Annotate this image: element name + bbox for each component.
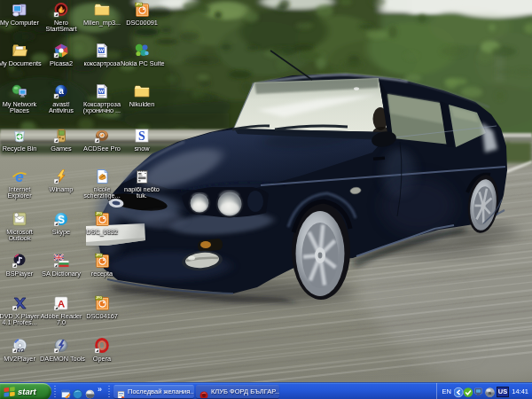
svg-text:JPG: JPG [96,212,102,215]
svg-text:e: e [15,168,23,184]
svg-text:W: W [98,88,105,94]
svg-text:W: W [98,47,105,53]
svg-text:a: a [59,86,64,96]
svg-text:JPG: JPG [96,254,102,257]
svg-text:JPG: JPG [96,296,102,300]
svg-text:JPG: JPG [136,3,142,6]
svg-text:S: S [138,129,145,143]
